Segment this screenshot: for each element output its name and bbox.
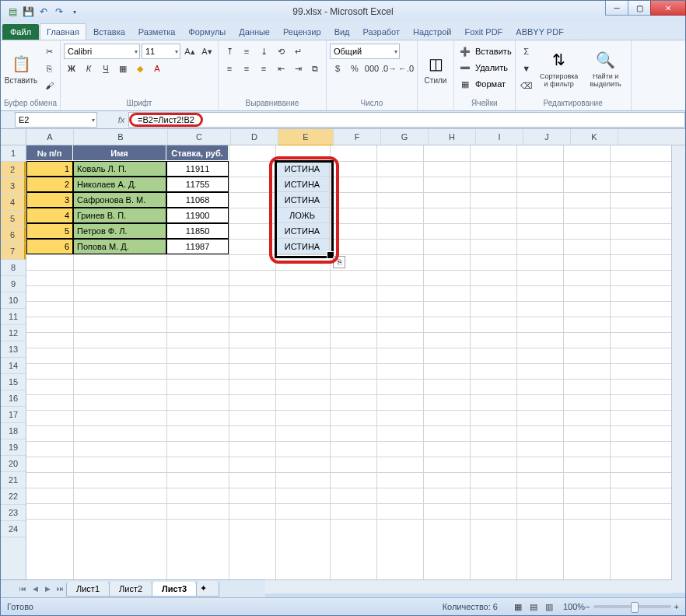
currency-icon[interactable]: $ [330, 61, 345, 76]
tab-layout[interactable]: Разметка [132, 24, 182, 40]
align-right-icon[interactable]: ≡ [256, 61, 271, 76]
orientation-icon[interactable]: ⟲ [273, 44, 289, 59]
cell-C2[interactable]: 11911 [166, 161, 229, 177]
cell-C6[interactable]: 11850 [166, 223, 229, 239]
underline-icon[interactable]: Ч [98, 61, 114, 76]
tab-foxit[interactable]: Foxit PDF [458, 24, 509, 40]
cell-C5[interactable]: 11900 [166, 208, 229, 223]
tab-data[interactable]: Данные [233, 24, 276, 40]
sheet-tab-1[interactable]: Лист1 [66, 582, 110, 597]
delete-cells[interactable]: Удалить [475, 63, 508, 72]
cell-A2[interactable]: 1 [26, 161, 73, 177]
wrap-text-icon[interactable]: ↵ [290, 44, 306, 59]
tab-abbyy[interactable]: ABBYY PDF [509, 24, 570, 40]
indent-inc-icon[interactable]: ⇥ [290, 61, 306, 76]
maximize-button[interactable]: ▢ [628, 1, 651, 16]
sheet-nav-prev-icon[interactable]: ◀ [29, 583, 41, 595]
dec-decimal-icon[interactable]: ←.0 [398, 61, 414, 76]
col-header-D[interactable]: D [231, 129, 278, 145]
cells-area[interactable]: № п/пИмяСтавка, руб.1Коваль Л. П.119112Н… [26, 145, 671, 579]
cell-E4[interactable]: ИСТИНА [275, 192, 330, 208]
row-header-3[interactable]: 3 [1, 178, 26, 194]
save-icon[interactable]: 💾 [21, 5, 35, 19]
row-header-15[interactable]: 15 [1, 374, 26, 390]
row-header-17[interactable]: 17 [1, 407, 26, 423]
percent-icon[interactable]: % [347, 61, 362, 76]
zoom-slider[interactable]: − + [585, 602, 679, 611]
col-header-K[interactable]: K [571, 129, 618, 145]
row-header-18[interactable]: 18 [1, 423, 26, 439]
formula-input[interactable]: =B2=Лист2!B2 [128, 112, 685, 128]
align-center-icon[interactable]: ≡ [239, 61, 254, 76]
fx-icon[interactable]: fx [114, 115, 128, 124]
paste-button[interactable]: 📋 Вставить [4, 44, 38, 93]
tab-insert[interactable]: Вставка [87, 24, 131, 40]
cell-B1[interactable]: Имя [73, 145, 166, 161]
insert-cells-icon[interactable]: ➕ [457, 44, 473, 59]
inc-decimal-icon[interactable]: .0→ [381, 61, 397, 76]
qat-more-icon[interactable]: ▾ [68, 5, 82, 19]
increase-font-icon[interactable]: A▴ [182, 44, 198, 59]
col-header-C[interactable]: C [168, 129, 231, 145]
cut-icon[interactable]: ✂ [41, 44, 57, 59]
format-cells-icon[interactable]: ▦ [457, 76, 473, 92]
cell-B5[interactable]: Гринев В. П. [73, 208, 166, 223]
tab-addins[interactable]: Надстрой [407, 24, 457, 40]
fill-icon[interactable]: ▼ [519, 61, 534, 76]
cell-A6[interactable]: 5 [26, 223, 73, 239]
col-header-H[interactable]: H [429, 129, 476, 145]
sheet-nav-last-icon[interactable]: ⏭ [54, 583, 66, 595]
zoom-out-icon[interactable]: − [585, 602, 590, 611]
col-header-E[interactable]: E [278, 129, 334, 146]
zoom-level[interactable]: 100% [563, 602, 585, 611]
cell-E5[interactable]: ЛОЖЬ [275, 208, 330, 223]
number-format-combo[interactable]: Общий [330, 44, 400, 59]
comma-icon[interactable]: 000 [364, 61, 380, 76]
align-left-icon[interactable]: ≡ [222, 61, 237, 76]
row-header-19[interactable]: 19 [1, 439, 26, 456]
row-header-22[interactable]: 22 [1, 488, 26, 505]
row-header-4[interactable]: 4 [1, 194, 26, 211]
col-header-G[interactable]: G [381, 129, 429, 145]
sheet-tab-3[interactable]: Лист3 [152, 582, 197, 597]
row-header-8[interactable]: 8 [1, 260, 26, 276]
col-header-A[interactable]: A [26, 129, 74, 145]
view-layout-icon[interactable]: ▤ [526, 599, 541, 614]
horizontal-scrollbar[interactable] [265, 579, 672, 593]
align-bottom-icon[interactable]: ⤓ [256, 44, 271, 59]
delete-cells-icon[interactable]: ➖ [457, 60, 473, 75]
cell-B4[interactable]: Сафронова В. М. [73, 192, 166, 208]
name-box[interactable]: E2 [15, 112, 97, 128]
tab-review[interactable]: Рецензир [277, 24, 327, 40]
cell-B6[interactable]: Петров Ф. Л. [73, 223, 166, 239]
row-header-9[interactable]: 9 [1, 276, 26, 292]
row-header-16[interactable]: 16 [1, 390, 26, 407]
view-normal-icon[interactable]: ▦ [510, 599, 526, 614]
tab-home[interactable]: Главная [40, 23, 86, 40]
decrease-font-icon[interactable]: A▾ [199, 44, 215, 59]
border-icon[interactable]: ▦ [115, 61, 131, 76]
row-header-24[interactable]: 24 [1, 521, 26, 537]
indent-dec-icon[interactable]: ⇤ [273, 61, 289, 76]
row-header-5[interactable]: 5 [1, 211, 26, 227]
merge-icon[interactable]: ⧉ [307, 61, 323, 76]
cell-C3[interactable]: 11755 [166, 177, 229, 192]
row-header-13[interactable]: 13 [1, 341, 26, 358]
sheet-nav-first-icon[interactable]: ⏮ [16, 583, 29, 595]
excel-icon[interactable]: ▤ [5, 5, 19, 19]
font-size-combo[interactable]: 11 [142, 44, 180, 59]
format-painter-icon[interactable]: 🖌 [41, 78, 57, 93]
row-header-2[interactable]: 2 [1, 162, 26, 178]
cell-B3[interactable]: Николаев А. Д. [73, 177, 166, 192]
row-header-6[interactable]: 6 [1, 227, 26, 243]
tab-view[interactable]: Вид [328, 24, 356, 40]
autosum-icon[interactable]: Σ [519, 44, 534, 59]
tab-formulas[interactable]: Формулы [182, 24, 232, 40]
row-header-7[interactable]: 7 [1, 243, 26, 260]
font-color-icon[interactable]: A [149, 61, 165, 76]
row-header-11[interactable]: 11 [1, 309, 26, 325]
cell-A4[interactable]: 3 [26, 192, 73, 208]
italic-icon[interactable]: К [81, 61, 96, 76]
select-all-corner[interactable] [1, 129, 26, 145]
sort-filter-button[interactable]: ⇅ Сортировка и фильтр [537, 44, 581, 93]
